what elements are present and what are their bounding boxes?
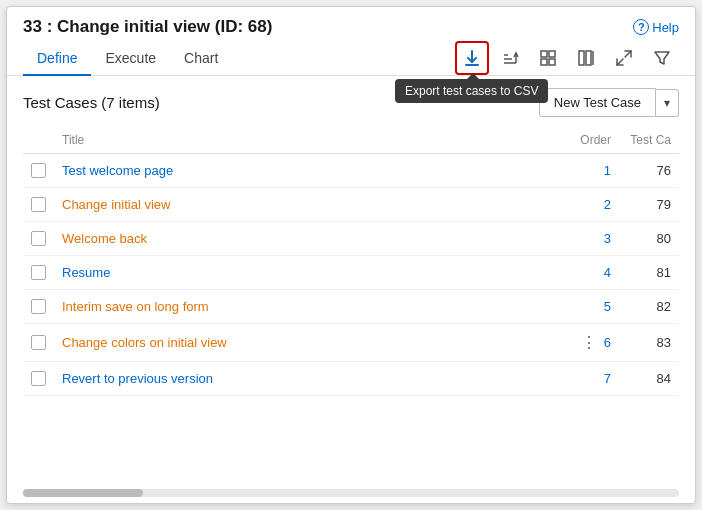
row-title[interactable]: Change initial view [54,188,559,222]
row-testca: 76 [619,154,679,188]
row-checkbox[interactable] [31,265,46,280]
row-testca: 83 [619,324,679,362]
tabs-toolbar: Define Execute Chart Export test cases t… [7,41,695,76]
tabs: Define Execute Chart [23,42,232,75]
export-tooltip: Export test cases to CSV [395,79,548,103]
row-checkbox-cell [23,188,54,222]
scrollbar-thumb[interactable] [23,489,143,497]
row-testca: 79 [619,188,679,222]
row-testca: 84 [619,362,679,396]
tab-define[interactable]: Define [23,42,91,76]
row-checkbox-cell [23,154,54,188]
svg-rect-10 [579,51,584,65]
row-title[interactable]: Resume [54,256,559,290]
svg-rect-11 [586,51,591,65]
columns-icon [577,49,595,67]
header: 33 : Change initial view (ID: 68) ? Help [7,7,695,41]
help-icon: ? [633,19,649,35]
new-test-case-dropdown[interactable]: ▾ [656,89,679,117]
row-testca: 80 [619,222,679,256]
row-checkbox[interactable] [31,299,46,314]
row-title[interactable]: Test welcome page [54,154,559,188]
row-order: 5 [559,290,619,324]
col-title: Title [54,127,559,154]
row-checkbox[interactable] [31,335,46,350]
table-row: Test welcome page176 [23,154,679,188]
row-title[interactable]: Welcome back [54,222,559,256]
filter-button[interactable] [645,41,679,75]
table-row: Resume481 [23,256,679,290]
row-order: 7 [559,362,619,396]
row-checkbox[interactable] [31,371,46,386]
table-row: Change initial view279 [23,188,679,222]
help-link[interactable]: ? Help [633,19,679,35]
help-label: Help [652,20,679,35]
row-checkbox-cell [23,222,54,256]
row-checkbox-cell [23,362,54,396]
row-order: 2 [559,188,619,222]
table-row: Change colors on initial view⋮683 [23,324,679,362]
test-cases-table: Title Order Test Ca Test welcome page176… [23,127,679,396]
filter-icon [653,49,671,67]
grid-icon [539,49,557,67]
svg-rect-7 [549,51,555,57]
svg-line-13 [625,51,631,57]
table-row: Revert to previous version784 [23,362,679,396]
tab-execute[interactable]: Execute [91,42,170,76]
new-test-btn-group: New Test Case ▾ [539,88,679,117]
table-row: Welcome back380 [23,222,679,256]
col-check [23,127,54,154]
page-title: 33 : Change initial view (ID: 68) [23,17,272,37]
test-cases-tbody: Test welcome page176Change initial view2… [23,154,679,396]
sort-ascending-button[interactable] [493,41,527,75]
row-checkbox[interactable] [31,231,46,246]
table-row: Interim save on long form582 [23,290,679,324]
row-testca: 81 [619,256,679,290]
row-order: 4 [559,256,619,290]
download-icon [463,49,481,67]
new-test-case-button[interactable]: New Test Case [539,88,656,117]
expand-icon [615,49,633,67]
test-cases-table-container: Title Order Test Ca Test welcome page176… [23,127,679,485]
row-checkbox-cell [23,256,54,290]
row-testca: 82 [619,290,679,324]
row-checkbox[interactable] [31,197,46,212]
toolbar-icons: Export test cases to CSV [455,41,679,75]
svg-line-14 [617,59,623,65]
row-title[interactable]: Interim save on long form [54,290,559,324]
export-csv-button[interactable] [455,41,489,75]
sort-asc-icon [501,49,519,67]
expand-button[interactable] [607,41,641,75]
row-order: 1 [559,154,619,188]
content-area: Test Cases (7 items) New Test Case ▾ Tit… [7,76,695,503]
row-order: 3 [559,222,619,256]
content-header: Test Cases (7 items) New Test Case ▾ [23,88,679,117]
col-order: Order [559,127,619,154]
row-title[interactable]: Change colors on initial view [54,324,559,362]
horizontal-scrollbar[interactable] [23,489,679,497]
grid-view-button[interactable] [531,41,565,75]
columns-button[interactable] [569,41,603,75]
col-testca: Test Ca [619,127,679,154]
row-checkbox-cell [23,290,54,324]
main-window: 33 : Change initial view (ID: 68) ? Help… [6,6,696,504]
tab-chart[interactable]: Chart [170,42,232,76]
row-checkbox[interactable] [31,163,46,178]
row-more-icon[interactable]: ⋮ [581,333,598,352]
svg-rect-6 [541,51,547,57]
svg-rect-8 [541,59,547,65]
content-title: Test Cases (7 items) [23,94,160,111]
row-title[interactable]: Revert to previous version [54,362,559,396]
svg-rect-9 [549,59,555,65]
row-checkbox-cell [23,324,54,362]
row-order: ⋮6 [559,324,619,362]
